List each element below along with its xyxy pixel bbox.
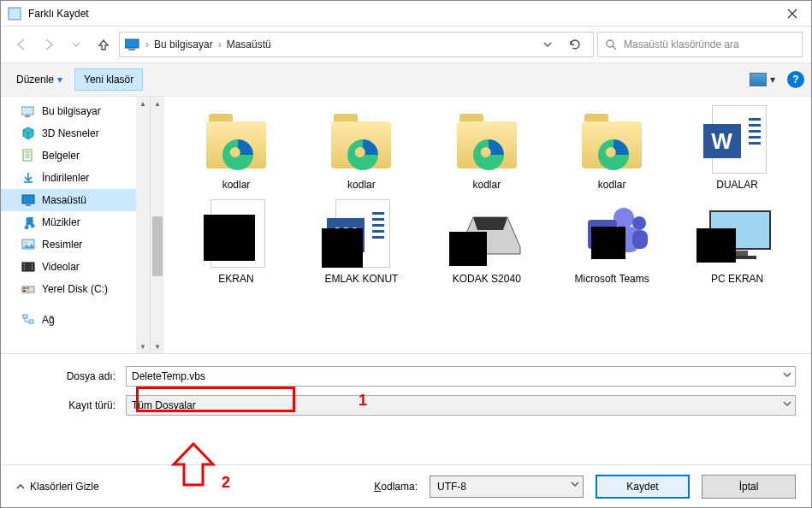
address-dropdown[interactable] xyxy=(538,40,557,49)
documents-icon xyxy=(21,149,35,162)
body-split: Bu bilgisayar 3D Nesneler Belgeler İndir… xyxy=(1,97,811,353)
file-label: KODAK S2040 xyxy=(453,273,521,285)
annotation-number-1: 1 xyxy=(359,392,367,410)
footer: Klasörleri Gizle Kodlama: UTF-8 Kaydet İ… xyxy=(1,464,811,507)
sidebar-item-label: Müzikler xyxy=(42,216,80,228)
folder-edge-icon xyxy=(202,105,270,174)
address-bar[interactable]: › Bu bilgisayar › Masaüstü xyxy=(119,32,594,57)
scroll-up-icon[interactable]: ▲ xyxy=(136,97,150,110)
filename-input[interactable]: DeleteTemp.vbs xyxy=(126,366,796,387)
file-item[interactable]: KODAK S2040 xyxy=(436,199,538,285)
file-item[interactable]: kodlar xyxy=(560,105,663,191)
folder-edge-icon xyxy=(453,105,521,174)
toolbar: Düzenle ▾ Yeni klasör ▾ ? xyxy=(1,62,811,97)
file-item[interactable]: kodlar xyxy=(436,105,538,191)
sidebar-item-videos[interactable]: Videolar xyxy=(1,256,150,278)
cancel-button[interactable]: İptal xyxy=(702,475,796,499)
file-label: EMLAK KONUT xyxy=(324,273,398,285)
close-button[interactable] xyxy=(773,1,811,27)
new-folder-button[interactable]: Yeni klasör xyxy=(74,68,143,91)
dropdown-icon[interactable] xyxy=(571,480,579,488)
search-icon xyxy=(605,38,617,50)
sidebar-item-label: Belgeler xyxy=(42,150,80,162)
svg-rect-17 xyxy=(23,315,27,318)
sidebar-item-label: Videolar xyxy=(42,261,80,273)
view-button[interactable]: ▾ xyxy=(741,68,784,91)
organize-button[interactable]: Düzenle ▾ xyxy=(8,69,71,90)
forward-button[interactable] xyxy=(37,32,61,56)
view-icon xyxy=(750,73,767,86)
recent-dropdown[interactable] xyxy=(64,32,88,56)
sidebar-item-local-disk[interactable]: Yerel Disk (C:) xyxy=(1,278,150,300)
music-icon xyxy=(21,216,35,229)
encoding-select[interactable]: UTF-8 xyxy=(430,476,584,498)
content-scrollbar[interactable]: ▲ ▼ xyxy=(151,97,164,353)
sidebar-scrollbar[interactable]: ▲ ▼ xyxy=(136,97,150,353)
file-item[interactable]: kodlar xyxy=(310,105,412,191)
svg-rect-14 xyxy=(23,290,26,292)
dropdown-icon: ▾ xyxy=(770,74,775,86)
search-input[interactable]: Masaüstü klasöründe ara xyxy=(597,32,803,57)
svg-rect-4 xyxy=(21,107,33,115)
svg-rect-2 xyxy=(128,49,135,50)
download-icon xyxy=(21,171,35,185)
chevron-up-icon xyxy=(16,482,25,491)
help-button[interactable]: ? xyxy=(787,71,804,88)
file-item[interactable]: T Microsoft Teams xyxy=(560,199,663,285)
file-label: kodlar xyxy=(222,179,251,191)
file-item[interactable]: EKRAN xyxy=(185,199,287,285)
window-title: Farklı Kaydet xyxy=(28,8,773,20)
hide-folders-button[interactable]: Klasörleri Gizle xyxy=(16,481,99,493)
file-label: EKRAN xyxy=(218,273,253,285)
scroll-down-icon[interactable]: ▼ xyxy=(136,340,150,353)
scroll-up-icon[interactable]: ▲ xyxy=(151,97,164,110)
annotation-number-2: 2 xyxy=(222,474,230,492)
sidebar-item-downloads[interactable]: İndirilenler xyxy=(1,167,150,189)
sidebar-item-network[interactable]: Ağ xyxy=(1,309,150,331)
dropdown-icon: ▾ xyxy=(57,74,62,86)
folder-edge-icon xyxy=(578,105,646,174)
breadcrumb-item[interactable]: Bu bilgisayar xyxy=(154,38,213,50)
save-button[interactable]: Kaydet xyxy=(596,475,690,499)
file-item[interactable]: PC EKRAN xyxy=(686,199,789,285)
sidebar-item-pictures[interactable]: Resimler xyxy=(1,233,150,256)
sidebar: Bu bilgisayar 3D Nesneler Belgeler İndir… xyxy=(1,97,151,353)
svg-rect-8 xyxy=(26,204,31,206)
breadcrumb-item[interactable]: Masaüstü xyxy=(227,38,271,50)
pc-icon xyxy=(21,104,35,118)
title-bar: Farklı Kaydet xyxy=(1,1,811,27)
sidebar-item-documents[interactable]: Belgeler xyxy=(1,145,150,167)
sidebar-item-3d[interactable]: 3D Nesneler xyxy=(1,122,150,145)
svg-rect-18 xyxy=(29,320,33,323)
file-label: kodlar xyxy=(347,179,376,191)
chevron-right-icon: › xyxy=(218,38,222,50)
form-area: Dosya adı: DeleteTemp.vbs Kayıt türü: Tü… xyxy=(1,353,811,428)
svg-rect-0 xyxy=(9,8,21,20)
refresh-button[interactable] xyxy=(562,38,588,51)
back-button[interactable] xyxy=(9,32,33,56)
sidebar-item-this-pc[interactable]: Bu bilgisayar xyxy=(1,100,150,122)
up-button[interactable] xyxy=(92,32,116,56)
scroll-thumb[interactable] xyxy=(152,216,163,276)
filetype-value: Tüm Dosyalar xyxy=(132,399,196,411)
svg-point-3 xyxy=(607,40,613,47)
dropdown-icon[interactable] xyxy=(783,399,791,408)
sidebar-item-desktop[interactable]: Masaüstü xyxy=(1,189,150,211)
file-item[interactable]: kodlar xyxy=(185,105,287,191)
file-grid-pane: ▲ ▼ kodlar kodlar xyxy=(151,97,811,353)
scanner-icon xyxy=(453,199,521,268)
teams-icon: T xyxy=(578,199,646,268)
dropdown-icon[interactable] xyxy=(783,370,791,379)
app-icon xyxy=(8,7,21,21)
network-icon xyxy=(21,313,35,327)
svg-point-10 xyxy=(25,242,27,245)
sidebar-item-label: Yerel Disk (C:) xyxy=(42,283,108,295)
file-label: kodlar xyxy=(598,179,626,191)
sidebar-item-music[interactable]: Müzikler xyxy=(1,211,150,233)
file-item[interactable]: W EMLAK KONUT xyxy=(310,199,412,285)
scroll-down-icon[interactable]: ▼ xyxy=(151,340,164,353)
encoding-label: Kodlama: xyxy=(374,481,418,493)
filetype-select[interactable]: Tüm Dosyalar xyxy=(126,395,796,416)
file-item[interactable]: W DUALAR xyxy=(686,105,789,191)
svg-rect-1 xyxy=(125,39,139,48)
